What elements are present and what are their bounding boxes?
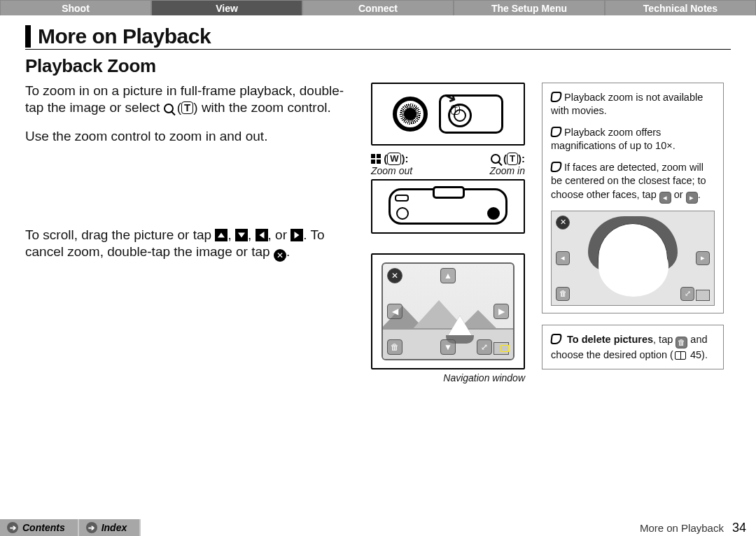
page-ref-icon [675, 351, 686, 360]
sidebar-notes-1: Playback zoom is not available with movi… [542, 83, 724, 313]
text: . [286, 244, 290, 259]
text: To scroll, drag the picture or tap [25, 227, 215, 242]
tab-setup-menu[interactable]: The Setup Menu [454, 0, 605, 15]
text: , [268, 227, 276, 242]
note-icon [550, 162, 562, 172]
arrow-right-icon: ➔ [86, 522, 97, 533]
text: , [227, 227, 235, 242]
close-x-icon: ✕ [274, 249, 286, 262]
note-icon [550, 92, 562, 102]
camera-lens-icon [448, 104, 472, 127]
sidebar-column: Playback zoom is not available with movi… [542, 83, 724, 383]
zoom-control-figure [371, 179, 525, 234]
zoom-dial-icon [393, 97, 428, 132]
footer-index-button[interactable]: ➔ Index [79, 519, 141, 536]
minimap-icon [696, 290, 710, 301]
tab-view[interactable]: View [151, 0, 302, 15]
camera-body-icon [439, 94, 503, 134]
page-number: 34 [732, 521, 746, 535]
scroll-left-icon[interactable]: ◀ [387, 304, 402, 319]
scroll-up-icon[interactable]: ▲ [440, 268, 456, 283]
trash-icon[interactable]: 🗑 [387, 339, 402, 355]
paragraph-2: Use the zoom control to zoom in and out. [25, 128, 354, 146]
text: or [275, 227, 290, 242]
trash-icon[interactable]: 🗑 [556, 287, 570, 301]
t-key-icon: T [507, 153, 518, 165]
thumbnail-icon [371, 154, 381, 164]
text: , [248, 227, 255, 242]
t-key-icon: T [181, 101, 193, 114]
left-arrow-icon [255, 229, 268, 241]
navigation-window-figure: ✕ ▲ ▼ ◀ ▶ 🗑 ⤢ [371, 253, 525, 369]
up-arrow-icon [215, 229, 227, 241]
text: , tap [653, 334, 676, 345]
footer-location-text: More on Playback [640, 522, 724, 534]
text: or [671, 189, 686, 200]
play-button-icon [487, 207, 500, 220]
magnifier-icon [491, 154, 500, 164]
footer-index-label: Index [102, 522, 127, 533]
face-detect-figure: ✕ ◂ ▸ 🗑 ⤢ [551, 211, 715, 306]
expand-icon[interactable]: ⤢ [477, 339, 492, 355]
camera-dial-figure: ➜ T [371, 83, 525, 146]
footer-contents-label: Contents [22, 522, 65, 533]
tab-connect[interactable]: Connect [302, 0, 454, 15]
section-rule [25, 49, 731, 50]
close-icon[interactable]: ✕ [387, 268, 402, 283]
text: ). [701, 349, 708, 360]
zoom-labels: (W): Zoom out (T): Zoom in [371, 153, 525, 176]
sidebar-notes-2: To delete pictures, tap 🗑 and choose the… [542, 325, 724, 370]
section-title: More on Playback [25, 25, 731, 48]
scroll-down-icon[interactable]: ▼ [440, 339, 456, 355]
zoom-knob-icon [433, 186, 465, 199]
footer-contents-button[interactable]: ➔ Contents [0, 519, 79, 536]
footer: ➔ Contents ➔ Index More on Playback 34 [0, 519, 756, 536]
note-icon [550, 334, 562, 344]
right-arrow-icon [290, 229, 303, 241]
face-prev-icon[interactable]: ◂ [556, 251, 570, 265]
paragraph-1: To zoom in on a picture in full-frame pl… [25, 83, 354, 117]
text: : [405, 153, 408, 164]
minimap-icon [493, 342, 509, 355]
note-text: Playback zoom is not available with movi… [551, 92, 703, 117]
top-tabs: Shoot View Connect The Setup Menu Techni… [0, 0, 756, 15]
w-key-icon: W [387, 153, 401, 165]
note-icon [550, 127, 562, 137]
trash-icon: 🗑 [676, 337, 687, 348]
face-next-icon[interactable]: ▸ [696, 251, 710, 265]
text: : [522, 153, 525, 164]
playback-screen: ✕ ▲ ▼ ◀ ▶ 🗑 ⤢ [382, 262, 514, 360]
footer-location: More on Playback 34 [640, 519, 756, 536]
expand-icon[interactable]: ⤢ [680, 287, 694, 301]
tab-shoot[interactable]: Shoot [0, 0, 151, 15]
nav-window-caption: Navigation window [371, 372, 525, 383]
close-icon[interactable]: ✕ [556, 216, 570, 230]
zoom-in-label: Zoom in [451, 165, 525, 176]
note-text-bold: To delete pictures [567, 334, 653, 345]
face-next-icon: ▸ [686, 192, 698, 204]
main-text-column: To zoom in on a picture in full-frame pl… [25, 83, 354, 383]
zoom-out-label: Zoom out [371, 165, 445, 176]
shutter-button-icon [396, 207, 409, 220]
paragraph-3: To scroll, drag the picture or tap , , ,… [25, 227, 354, 262]
arrow-right-icon: ➔ [7, 522, 18, 533]
text: ) with the zoom control. [193, 100, 330, 115]
note-text: Playback zoom offers magnifications of u… [551, 127, 676, 152]
magnifier-icon [164, 104, 174, 113]
figure-column: ➜ T (W): Zoom out (T): Zoom in [371, 83, 525, 383]
page-ref-number: 45 [690, 349, 701, 360]
subsection-title: Playback Zoom [25, 55, 731, 77]
tab-technical-notes[interactable]: Technical Notes [605, 0, 756, 15]
scroll-right-icon[interactable]: ▶ [493, 304, 509, 319]
down-arrow-icon [235, 229, 248, 241]
on-off-switch-icon [395, 195, 409, 202]
page-body: More on Playback Playback Zoom To zoom i… [0, 25, 756, 383]
text: . [698, 189, 701, 200]
face-prev-icon: ◂ [659, 192, 671, 204]
